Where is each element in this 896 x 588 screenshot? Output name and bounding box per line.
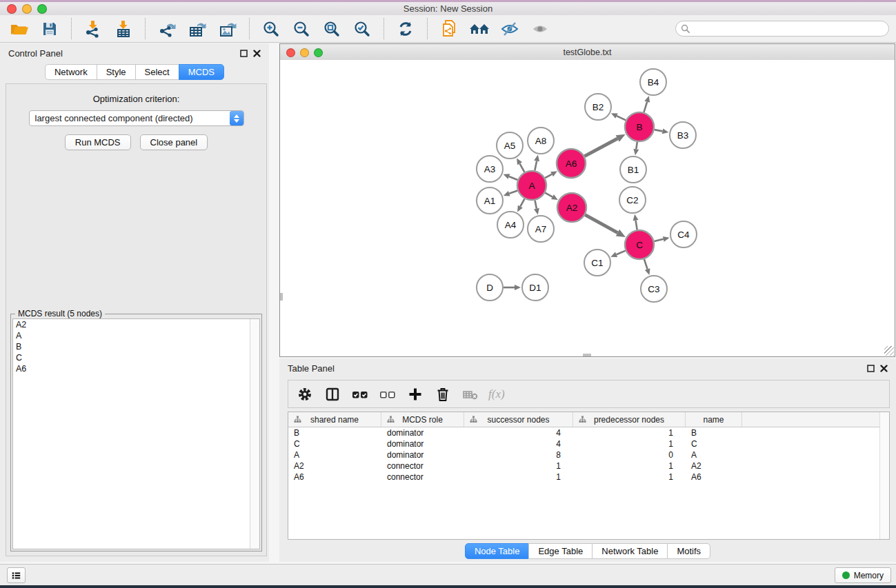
column-header-successor-nodes[interactable]: successor nodes [464, 412, 573, 427]
graph-edge-B-B4[interactable] [644, 96, 650, 112]
graph-edge-D-D1[interactable] [504, 285, 521, 290]
table-row[interactable]: Adominator80A [288, 449, 889, 460]
table-row[interactable]: Cdominator41C [288, 438, 889, 449]
result-item[interactable]: B [13, 341, 259, 352]
graph-edge-A-A2[interactable] [545, 193, 558, 200]
graph-node-C4[interactable]: C4 [670, 221, 697, 247]
graph-edge-C-C1[interactable] [610, 251, 625, 257]
result-scrollbar[interactable] [250, 319, 259, 549]
graph-edge-A-A3[interactable] [504, 174, 518, 180]
graph-node-A8[interactable]: A8 [528, 128, 554, 154]
hide-graphics-details-button[interactable] [497, 17, 522, 41]
result-item[interactable]: A [13, 330, 259, 341]
save-session-button[interactable] [37, 17, 62, 41]
result-item[interactable]: C [13, 352, 259, 363]
graph-edge-A-A5[interactable] [517, 158, 524, 172]
graph-edge-B-B2[interactable] [611, 113, 626, 120]
graph-edge-A-A1[interactable] [504, 190, 518, 196]
graph-edge-B-B1[interactable] [633, 142, 639, 155]
open-session-button[interactable] [7, 17, 32, 41]
graph-node-A4[interactable]: A4 [497, 212, 524, 238]
table-cell[interactable]: dominator [381, 428, 464, 438]
graph-node-B3[interactable]: B3 [670, 122, 696, 148]
network-minimize-button[interactable] [300, 48, 309, 57]
run-mcds-button[interactable]: Run MCDS [65, 134, 131, 150]
import-table-button[interactable] [111, 17, 136, 41]
table-row[interactable]: Bdominator41B [288, 427, 889, 438]
graph-node-B2[interactable]: B2 [585, 94, 611, 120]
column-header-shared-name[interactable]: shared name [288, 412, 381, 427]
float-panel-icon[interactable] [867, 365, 875, 372]
graph-node-A6[interactable]: A6 [557, 149, 586, 178]
graph-node-D[interactable]: D [477, 274, 503, 301]
table-row[interactable]: A6connector11A6 [288, 472, 889, 483]
home-view-button[interactable] [467, 17, 492, 41]
close-panel-icon[interactable] [253, 50, 261, 57]
graph-node-D1[interactable]: D1 [522, 274, 548, 301]
table-cell[interactable]: 1 [573, 461, 686, 471]
graph-edge-A-A8[interactable] [534, 155, 539, 171]
table-cell[interactable]: 4 [464, 439, 573, 449]
create-column-button[interactable] [403, 383, 428, 406]
export-network-button[interactable] [155, 17, 179, 41]
export-image-button[interactable] [215, 17, 240, 41]
tab-select[interactable]: Select [135, 64, 179, 80]
tab-network-table[interactable]: Network Table [592, 543, 668, 559]
criterion-dropdown[interactable]: largest connected component (directed) [29, 110, 244, 126]
table-cell[interactable]: connector [381, 472, 464, 482]
close-window-button[interactable] [7, 4, 17, 14]
tab-style[interactable]: Style [97, 64, 136, 80]
table-cell[interactable]: A2 [686, 461, 742, 471]
delete-table-button[interactable] [458, 383, 483, 406]
table-cell[interactable]: 0 [573, 450, 686, 460]
network-graph[interactable]: B4B2BB3A8A5A6A3B1AC2A1A2A4A7C4CC1C3DD1 [280, 60, 895, 356]
table-cell[interactable]: A [288, 450, 381, 460]
graph-node-A1[interactable]: A1 [477, 187, 503, 214]
refresh-button[interactable] [393, 17, 418, 41]
clone-network-button[interactable] [437, 17, 461, 41]
tab-edge-table[interactable]: Edge Table [528, 543, 593, 559]
graph-node-C3[interactable]: C3 [641, 276, 667, 302]
table-cell[interactable]: 4 [464, 428, 573, 438]
graph-node-C2[interactable]: C2 [619, 187, 646, 213]
table-cell[interactable]: C [288, 439, 381, 449]
zoom-window-button[interactable] [37, 4, 47, 14]
graph-edge-C-C2[interactable] [633, 214, 639, 230]
memory-button[interactable]: Memory [835, 567, 891, 583]
network-vertical-scroll-thumb[interactable] [280, 293, 283, 301]
minimize-window-button[interactable] [22, 4, 32, 14]
graph-node-A5[interactable]: A5 [497, 132, 523, 159]
task-history-button[interactable] [7, 567, 26, 583]
result-item[interactable]: A6 [13, 363, 259, 374]
close-panel-button[interactable]: Close panel [140, 134, 208, 150]
zoom-in-button[interactable] [259, 17, 283, 41]
graph-node-A2[interactable]: A2 [557, 193, 586, 222]
window-resize-grip[interactable] [884, 346, 894, 356]
network-zoom-button[interactable] [314, 48, 323, 57]
table-cell[interactable]: 1 [464, 472, 573, 482]
search-field[interactable] [675, 21, 889, 37]
show-graphics-details-button[interactable] [528, 17, 552, 41]
column-header-predecessor-nodes[interactable]: predecessor nodes [573, 412, 686, 427]
result-item[interactable]: A2 [13, 319, 259, 330]
graph-edge-A2-C[interactable] [585, 215, 626, 237]
graph-node-A3[interactable]: A3 [477, 156, 503, 182]
graph-node-B4[interactable]: B4 [640, 69, 666, 95]
search-input[interactable] [693, 23, 884, 34]
table-settings-button[interactable] [292, 383, 317, 406]
graph-edge-A-A4[interactable] [517, 199, 524, 212]
network-close-button[interactable] [286, 48, 295, 57]
deselect-all-columns-button[interactable] [375, 383, 400, 406]
table-cell[interactable]: connector [381, 461, 464, 471]
column-header-MCDS-role[interactable]: MCDS role [381, 412, 464, 427]
graph-edge-A-A7[interactable] [534, 201, 539, 215]
table-cell[interactable]: 1 [573, 472, 686, 482]
select-all-columns-button[interactable] [348, 383, 372, 406]
network-horizontal-scroll-thumb[interactable] [583, 354, 591, 356]
table-cell[interactable]: C [686, 439, 742, 449]
table-cell[interactable]: dominator [381, 450, 464, 460]
tab-motifs[interactable]: Motifs [667, 543, 710, 559]
table-cell[interactable]: dominator [381, 439, 464, 449]
import-network-button[interactable] [81, 17, 106, 41]
tab-node-table[interactable]: Node Table [465, 543, 530, 559]
